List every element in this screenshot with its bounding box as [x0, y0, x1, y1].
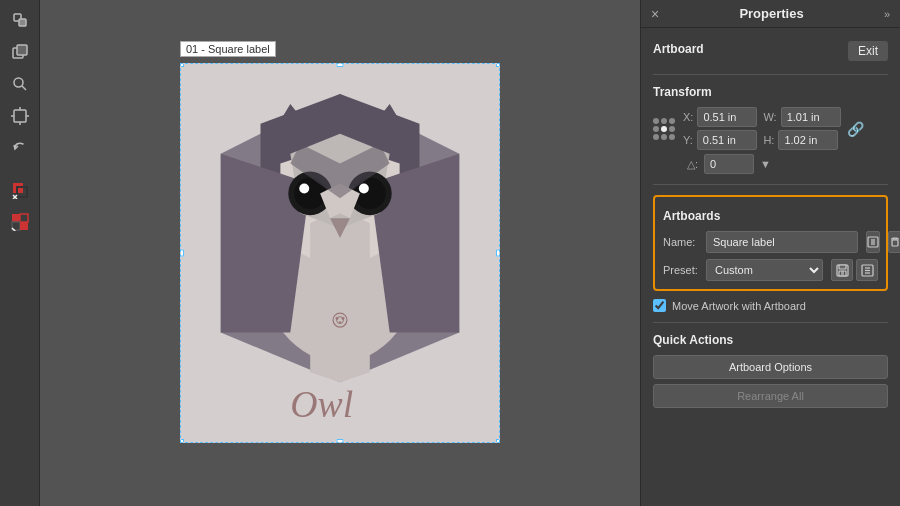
- svg-point-4: [14, 78, 23, 87]
- ref-dot-8: [669, 134, 675, 140]
- exit-button[interactable]: Exit: [848, 41, 888, 61]
- svg-rect-3: [17, 45, 27, 55]
- appearance-tool-button[interactable]: [6, 208, 34, 236]
- angle-input[interactable]: [704, 154, 754, 174]
- x-input[interactable]: [697, 107, 757, 127]
- name-row: Name:: [663, 231, 878, 253]
- name-label: Name:: [663, 236, 698, 248]
- svg-rect-49: [892, 240, 898, 246]
- preset-select[interactable]: Custom Letter A4 Web 1920: [706, 259, 823, 281]
- handle-top-right[interactable]: [496, 63, 500, 67]
- artboard-name-input[interactable]: [706, 231, 858, 253]
- artboard[interactable]: Owl: [180, 63, 500, 443]
- handle-bottom-center[interactable]: [337, 439, 344, 443]
- svg-rect-1: [19, 19, 26, 26]
- handle-bottom-right[interactable]: [496, 439, 500, 443]
- w-label: W:: [763, 111, 776, 123]
- angle-row: △: ▼: [653, 154, 888, 174]
- x-row: X:: [683, 107, 757, 127]
- handle-bottom-left[interactable]: [180, 439, 184, 443]
- svg-point-32: [299, 183, 309, 193]
- save-preset-btn[interactable]: [831, 259, 853, 281]
- svg-rect-16: [20, 214, 28, 222]
- ref-dot-6: [653, 134, 659, 140]
- transform-section-title: Transform: [653, 85, 888, 99]
- canvas-area: 01 - Square label: [40, 0, 640, 506]
- svg-text:Owl: Owl: [290, 383, 353, 425]
- handle-top-left[interactable]: [180, 63, 184, 67]
- artboards-section: Artboards Name:: [653, 195, 888, 291]
- divider-3: [653, 322, 888, 323]
- angle-dropdown-icon[interactable]: ▼: [760, 158, 771, 170]
- owl-illustration: Owl: [181, 64, 499, 442]
- xy-inputs: X: Y:: [683, 107, 757, 150]
- move-tool-button[interactable]: [6, 38, 34, 66]
- svg-rect-18: [20, 222, 28, 230]
- delete-artboard-icon-btn[interactable]: [888, 231, 900, 253]
- move-artwork-row: Move Artwork with Artboard: [653, 299, 888, 312]
- constrain-proportions-icon[interactable]: 🔗: [847, 121, 864, 137]
- svg-line-5: [22, 86, 26, 90]
- svg-rect-6: [14, 110, 26, 122]
- left-toolbar: [0, 0, 40, 506]
- h-row: H:: [763, 130, 840, 150]
- h-label: H:: [763, 134, 774, 146]
- h-input[interactable]: [778, 130, 838, 150]
- divider-2: [653, 184, 888, 185]
- manage-presets-btn[interactable]: [856, 259, 878, 281]
- artboard-header: Artboard Exit: [653, 38, 888, 64]
- svg-rect-51: [839, 265, 846, 269]
- handle-mid-right[interactable]: [496, 250, 500, 257]
- move-artwork-checkbox[interactable]: [653, 299, 666, 312]
- ref-dot-center: [661, 126, 667, 132]
- handle-top-center[interactable]: [337, 63, 344, 67]
- divider-1: [653, 74, 888, 75]
- panel-header: × Properties »: [641, 0, 900, 28]
- handle-mid-left[interactable]: [180, 250, 184, 257]
- preset-icon-buttons: [831, 259, 878, 281]
- undo-tool-button[interactable]: [6, 134, 34, 162]
- y-input[interactable]: [697, 130, 757, 150]
- x-label: X:: [683, 111, 693, 123]
- svg-point-42: [341, 317, 344, 320]
- panel-collapse-button[interactable]: »: [884, 8, 890, 20]
- transform-xy-row: X: Y: W: H: 🔗: [653, 107, 888, 150]
- svg-rect-15: [12, 214, 20, 222]
- move-artwork-label[interactable]: Move Artwork with Artboard: [672, 300, 806, 312]
- properties-panel: × Properties » Artboard Exit Transform: [640, 0, 900, 506]
- panel-close-button[interactable]: ×: [651, 7, 659, 21]
- rearrange-all-button[interactable]: Rearrange All: [653, 384, 888, 408]
- reference-point-grid[interactable]: [653, 118, 675, 140]
- artboard-tool-button[interactable]: [6, 102, 34, 130]
- artboard-options-button[interactable]: Artboard Options: [653, 355, 888, 379]
- svg-point-41: [336, 317, 339, 320]
- wh-inputs: W: H:: [763, 107, 840, 150]
- panel-body: Artboard Exit Transform X:: [641, 28, 900, 506]
- y-label: Y:: [683, 134, 693, 146]
- svg-point-35: [359, 183, 369, 193]
- ref-dot-5: [669, 126, 675, 132]
- angle-label: △:: [687, 158, 698, 171]
- layers-tool-button[interactable]: [6, 6, 34, 34]
- quick-actions-title: Quick Actions: [653, 333, 888, 347]
- artboards-section-title: Artboards: [663, 209, 878, 223]
- artboard-options-icon-btn[interactable]: [866, 231, 880, 253]
- canvas-content: 01 - Square label: [40, 0, 640, 506]
- panel-title: Properties: [739, 6, 803, 21]
- ref-dot-7: [661, 134, 667, 140]
- artboard-section-title: Artboard: [653, 42, 704, 56]
- artboard-label: 01 - Square label: [180, 41, 276, 57]
- artboard-wrapper: 01 - Square label: [180, 63, 500, 443]
- w-input[interactable]: [781, 107, 841, 127]
- w-row: W:: [763, 107, 840, 127]
- zoom-tool-button[interactable]: [6, 70, 34, 98]
- preset-row: Preset: Custom Letter A4 Web 1920: [663, 259, 878, 281]
- ref-dot-4: [653, 126, 659, 132]
- ref-dot-3: [669, 118, 675, 124]
- fill-tool-button[interactable]: [6, 176, 34, 204]
- ref-dot-2: [661, 118, 667, 124]
- y-row: Y:: [683, 130, 757, 150]
- preset-label: Preset:: [663, 264, 698, 276]
- ref-dot-1: [653, 118, 659, 124]
